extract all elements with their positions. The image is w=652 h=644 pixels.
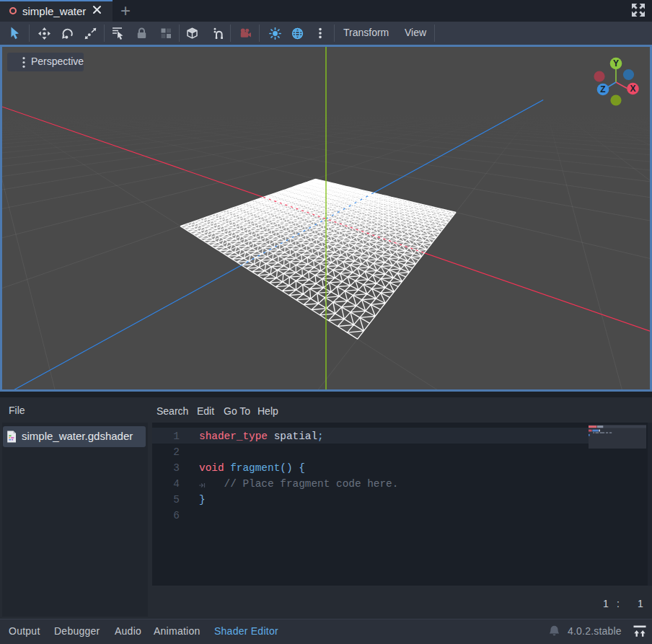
svg-text:X: X: [630, 84, 635, 94]
svg-text:Z: Z: [600, 84, 605, 94]
svg-text:Y: Y: [613, 58, 619, 69]
